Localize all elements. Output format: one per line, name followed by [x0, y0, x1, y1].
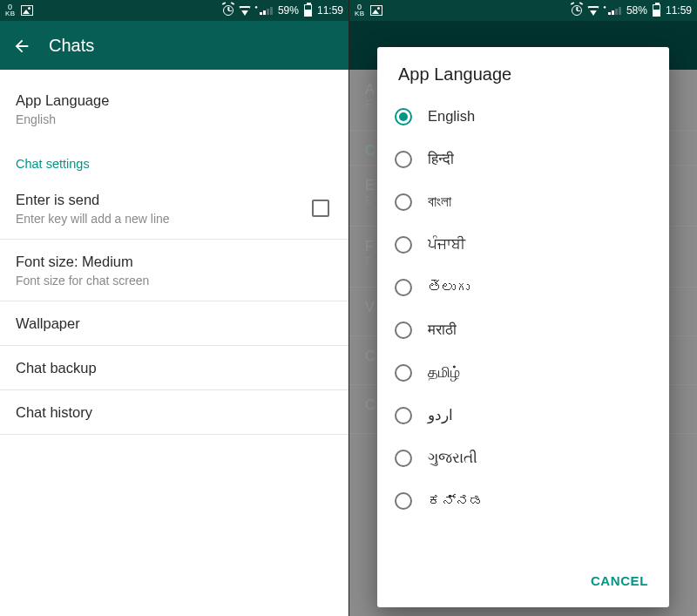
setting-enter-is-send[interactable]: Enter is send Enter key will add a new l…: [0, 178, 348, 240]
radio-icon: [395, 492, 412, 510]
language-option-label: ગુજરાતી: [428, 450, 477, 466]
language-option[interactable]: ગુજરાતી: [395, 437, 660, 479]
setting-title: Font size: Medium: [16, 252, 333, 271]
language-option-label: English: [428, 108, 475, 125]
status-clock: 11:59: [666, 4, 692, 17]
radio-icon: [395, 108, 412, 125]
language-option-label: मराठी: [428, 322, 457, 338]
radio-icon: [395, 279, 412, 296]
setting-wallpaper[interactable]: Wallpaper: [0, 301, 348, 346]
radio-icon: [395, 193, 412, 211]
radio-icon: [395, 236, 412, 254]
language-option-label: ਪੰਜਾਬੀ: [428, 236, 465, 253]
setting-subtitle: Font size for chat screen: [16, 273, 333, 288]
language-option[interactable]: ಕನ್ನಡ: [395, 479, 660, 522]
setting-title: Chat backup: [16, 358, 333, 377]
alarm-icon: [223, 5, 233, 16]
arrow-left-icon: [12, 37, 31, 56]
language-option-label: বাংলা: [428, 193, 451, 210]
setting-title: Chat history: [16, 403, 333, 422]
radio-icon: [395, 407, 412, 424]
radio-icon: [395, 450, 412, 467]
signal-icon: ●: [256, 7, 273, 15]
setting-font-size[interactable]: Font size: Medium Font size for chat scr…: [0, 240, 348, 301]
app-bar: Chats: [0, 21, 348, 70]
dialog-actions: CANCEL: [377, 558, 669, 607]
language-option-label: தமிழ்: [428, 364, 460, 381]
dialog-title: App Language: [377, 47, 669, 95]
phone-left: 0 KB ● 59% 11:59 Chats: [0, 0, 348, 616]
status-clock: 11:59: [317, 4, 343, 17]
language-option[interactable]: বাংলা: [395, 180, 660, 223]
setting-chat-history[interactable]: Chat history: [0, 390, 348, 435]
section-label-chat-settings: Chat settings: [0, 139, 348, 178]
settings-list: App Language English Chat settings Enter…: [0, 70, 348, 435]
setting-app-language[interactable]: App Language English: [0, 70, 348, 139]
setting-subtitle: Enter key will add a new line: [16, 211, 333, 227]
language-option[interactable]: मराठी: [395, 308, 660, 351]
app-language-dialog: App Language Englishहिन्दीবাংলাਪੰਜਾਬੀతెల…: [377, 47, 669, 607]
battery-percent: 58%: [626, 4, 647, 17]
setting-title: App Language: [16, 91, 333, 110]
setting-subtitle: English: [16, 112, 333, 127]
signal-icon: ●: [605, 7, 621, 15]
back-button[interactable]: [12, 37, 30, 54]
language-option[interactable]: اردو: [395, 394, 660, 437]
language-option[interactable]: తెలుగు: [395, 266, 660, 308]
setting-chat-backup[interactable]: Chat backup: [0, 346, 348, 390]
battery-icon: [653, 4, 660, 17]
radio-icon: [395, 322, 412, 339]
data-usage-indicator: 0 KB: [355, 3, 365, 17]
battery-icon: [304, 4, 312, 17]
cancel-button[interactable]: CANCEL: [582, 566, 657, 595]
language-option-label: اردو: [428, 407, 453, 423]
status-bar: 0 KB ● 58% 11:59: [349, 0, 697, 21]
setting-title: Wallpaper: [16, 314, 333, 333]
language-option[interactable]: हिन्दी: [395, 138, 660, 180]
phone-right: 0 KB ● 58% 11:59 AE C EE FF V C C: [348, 0, 697, 616]
enter-is-send-checkbox[interactable]: [312, 200, 329, 217]
language-option-label: हिन्दी: [428, 151, 454, 167]
language-option-label: తెలుగు: [428, 279, 470, 295]
language-option-label: ಕನ್ನಡ: [428, 492, 484, 509]
language-option[interactable]: தமிழ்: [395, 351, 660, 394]
battery-percent: 59%: [278, 4, 299, 17]
radio-icon: [395, 151, 412, 168]
wifi-icon: [239, 6, 251, 16]
data-usage-indicator: 0 KB: [5, 3, 16, 17]
status-bar: 0 KB ● 59% 11:59: [0, 0, 348, 21]
image-icon: [370, 5, 382, 16]
language-option-list: Englishहिन्दीবাংলাਪੰਜਾਬੀతెలుగుमराठीதமிழ்…: [377, 95, 669, 558]
wifi-icon: [587, 6, 599, 16]
language-option[interactable]: ਪੰਜਾਬੀ: [395, 223, 660, 266]
image-icon: [21, 5, 33, 16]
alarm-icon: [572, 5, 582, 16]
setting-title: Enter is send: [16, 190, 333, 209]
language-option[interactable]: English: [395, 95, 660, 138]
radio-icon: [395, 364, 412, 382]
appbar-title: Chats: [49, 36, 94, 56]
